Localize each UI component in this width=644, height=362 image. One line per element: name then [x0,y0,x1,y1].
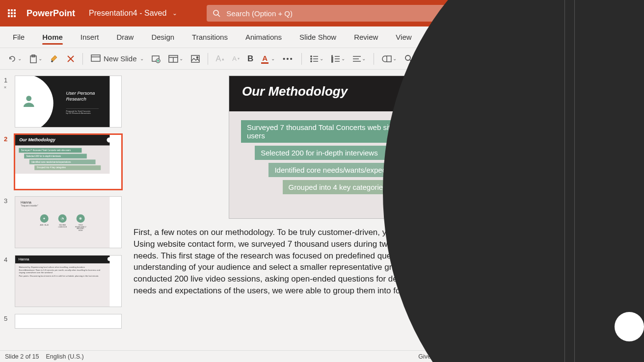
thumb3-name: Hanna [21,200,104,205]
find-button[interactable] [402,52,416,65]
numbering-button[interactable]: 123⌄ [328,53,348,65]
search-input[interactable] [226,9,446,18]
document-name[interactable]: Presentation4 - Saved [89,9,166,18]
tab-view[interactable]: View [387,26,420,48]
font-decrease-button[interactable]: A▾ [229,53,242,64]
reuse-slides-button[interactable] [149,52,163,65]
chevron-down-icon[interactable]: ⌄ [172,10,177,17]
tab-insert[interactable]: Insert [72,26,108,48]
svg-point-17 [311,58,312,59]
thumb-number: 1⁎ [4,76,15,128]
share-button[interactable] [520,30,537,45]
speaker-notes[interactable]: First, a few notes on our methodology. T… [134,227,567,297]
delete-button[interactable] [64,53,78,65]
bold-button[interactable]: B [244,52,256,66]
slide-canvas[interactable]: Our Methodology Surveyed 7 thousand Tota… [229,76,484,219]
app-name: PowerPoint [27,8,75,19]
font-increase-button[interactable]: A▴ [213,52,228,65]
svg-line-1 [218,15,220,17]
thumb1-sub: Prepared for Total Concerts by UX Resear… [66,109,99,114]
slide-thumbnails-panel[interactable]: 1⁎ User Persona Research Prepared for To… [0,70,126,350]
font-color-button[interactable]: A⌄ [258,52,278,66]
new-slide-button[interactable]: New Slide ⌄ [88,52,147,65]
main-editor-area[interactable]: Our Methodology Surveyed 7 thousand Tota… [126,70,567,350]
comments-button[interactable] [541,30,559,45]
thumb4-name: Hanna [15,256,109,263]
svg-rect-13 [191,55,199,62]
svg-line-33 [410,60,412,62]
svg-rect-31 [387,56,391,62]
thumbnail-slide-4[interactable]: Hanna Motivated by: Experiencing local c… [15,255,122,307]
paste-button[interactable]: ⌄ [27,52,45,65]
title-bar: PowerPoint Presentation4 - Saved ⌄ [0,0,567,26]
status-bar: Slide 2 of 15 English (U.S.) Give Feedba… [0,350,567,362]
undo-button[interactable]: ⌄ [5,52,25,65]
slide-sorter-icon[interactable]: ▦ [543,353,549,360]
tab-file[interactable]: File [4,26,33,48]
picture-button[interactable] [188,53,203,65]
tab-help[interactable]: Help [421,26,454,48]
tab-transitions[interactable]: Transitions [183,26,237,48]
format-painter-button[interactable] [47,52,62,65]
svg-rect-6 [91,55,100,61]
layout-button[interactable]: ⌄ [165,53,186,65]
thumb-number: 4 [4,255,15,307]
slide-steps[interactable]: Surveyed 7 thousand Total Concerts web s… [229,111,483,194]
step-3[interactable]: Identified core needs/wants/expectations [268,163,444,177]
svg-point-19 [311,60,312,61]
align-button[interactable]: ⌄ [350,53,369,64]
thumbnail-slide-1[interactable]: User Persona Research Prepared for Total… [15,76,122,128]
shapes-button[interactable]: ⌄ [379,52,400,65]
thumb-number: 5 [4,314,15,329]
notes-toggle[interactable]: ≐ Notes [500,353,524,360]
thumbnail-slide-2[interactable]: Our Methodology Surveyed 7 thousand Tota… [15,134,122,189]
thumb-number: 2 [4,134,15,189]
svg-point-35 [26,96,31,101]
step-1[interactable]: Surveyed 7 thousand Total Concerts web s… [241,120,407,143]
dark-side-panel [567,0,644,362]
ribbon-tabs: File Home Insert Draw Design Transitions… [0,26,567,48]
thumb2-title: Our Methodology [15,135,109,145]
svg-text:3: 3 [331,60,333,63]
thumb1-title: User Persona Research [66,91,110,102]
tab-draw[interactable]: Draw [107,26,142,48]
tab-animations[interactable]: Animations [237,26,291,48]
dictate-button[interactable]: ⌄ [452,52,469,65]
editing-mode-button[interactable]: ⌄ [494,30,516,45]
slide-counter[interactable]: Slide 2 of 15 [5,353,39,360]
svg-point-15 [311,55,312,56]
svg-rect-34 [456,55,459,60]
tab-home[interactable]: Home [33,26,72,48]
reading-view-icon[interactable]: ▭ [556,353,562,360]
svg-point-0 [214,10,218,15]
thumb3-tag: "frequent traveler" [21,205,104,207]
step-4[interactable]: Grouped into 4 key categories [283,180,458,194]
search-icon [213,9,220,17]
bullets-button[interactable]: ⌄ [307,53,326,65]
app-launcher-icon[interactable] [0,9,24,17]
tab-slideshow[interactable]: Slide Show [291,26,345,48]
ribbon-toolbar: ⌄ ⌄ New Slide ⌄ ⌄ A▴ A▾ B A⌄ ••• ⌄ 123⌄ … [0,48,567,70]
thumb-number: 3 [4,196,15,248]
svg-point-32 [405,55,410,60]
normal-view-icon[interactable]: ▢ [531,353,537,360]
slide-title[interactable]: Our Methodology [229,76,483,111]
designer-button[interactable] [427,52,441,65]
feedback-link[interactable]: Give Feedback to Microsoft [418,353,493,360]
thumbnail-slide-5[interactable]: Hanna [15,314,122,329]
tab-review[interactable]: Review [345,26,387,48]
step-2[interactable]: Selected 200 for in-depth interviews [255,146,421,160]
thumbnail-slide-3[interactable]: Hanna "frequent traveler" ✦AGE: 30-40 ◔I… [15,196,122,248]
more-font-button[interactable]: ••• [280,52,296,65]
search-box[interactable] [207,5,452,22]
tab-design[interactable]: Design [142,26,183,48]
language-indicator[interactable]: English (U.S.) [46,353,84,360]
new-slide-label: New Slide [104,54,137,63]
svg-point-14 [196,56,198,58]
assistant-bubble[interactable] [615,312,644,341]
